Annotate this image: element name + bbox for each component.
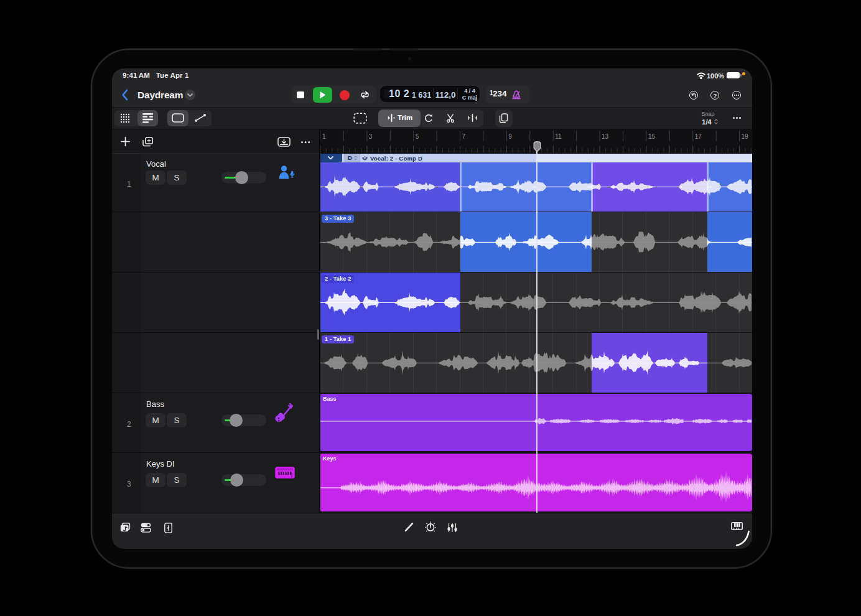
svg-text:13: 13 <box>602 133 609 140</box>
svg-text:9: 9 <box>508 133 512 140</box>
svg-text:7: 7 <box>462 133 466 140</box>
svg-text:1: 1 <box>322 133 326 140</box>
svg-text:17: 17 <box>695 133 702 140</box>
svg-text:19: 19 <box>742 133 749 140</box>
svg-text:5: 5 <box>416 133 419 140</box>
svg-text:11: 11 <box>555 133 562 140</box>
svg-text:3: 3 <box>369 133 373 140</box>
svg-text:15: 15 <box>648 133 656 140</box>
